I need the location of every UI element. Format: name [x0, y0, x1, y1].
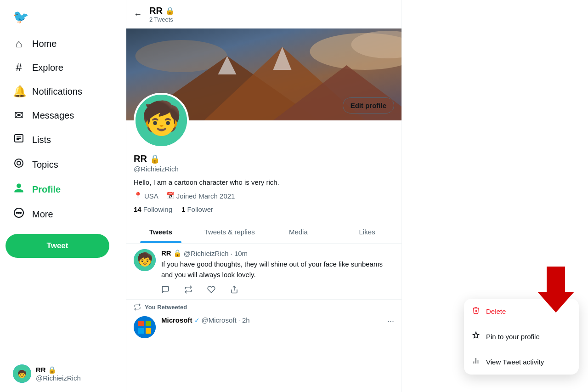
retweet-label: You Retweeted [145, 304, 187, 311]
sidebar-item-notifications[interactable]: 🔔 Notifications [6, 80, 120, 103]
profile-section: 🧒 Edit profile RR 🔒 @RichieizRich Hello,… [126, 93, 401, 213]
tweet-header: RR 🔒 @RichieizRich · 10m [161, 249, 394, 257]
mail-icon: ✉ [13, 109, 25, 122]
followers-stat[interactable]: 1 Follower [181, 205, 213, 213]
activity-icon [471, 357, 481, 367]
svg-point-7 [17, 212, 17, 213]
sidebar-item-label: More [32, 209, 53, 220]
sidebar-item-label: Profile [32, 184, 61, 195]
sidebar-item-label: Explore [32, 62, 63, 73]
arrow-svg [533, 267, 579, 312]
bell-icon: 🔔 [13, 85, 25, 98]
list-icon [13, 133, 25, 147]
tweet-content-2: Microsoft ✓ @Microsoft · 2h [161, 316, 382, 338]
sidebar-user-name: RR 🔒 [36, 366, 113, 374]
svg-point-4 [15, 159, 23, 167]
sidebar-item-explore[interactable]: # Explore [6, 56, 120, 80]
svg-text:🧒: 🧒 [17, 369, 27, 378]
tab-likes[interactable]: Likes [333, 221, 401, 243]
header-lock-icon: 🔒 [165, 6, 175, 15]
sidebar-item-label: Lists [32, 135, 51, 145]
sidebar-item-profile[interactable]: Profile [6, 177, 120, 202]
person-icon [13, 182, 25, 196]
topics-icon [13, 158, 25, 171]
tab-media[interactable]: Media [264, 221, 333, 243]
tweet-author-name: RR 🔒 [161, 249, 182, 257]
tweet-content: RR 🔒 @RichieizRich · 10m If you have goo… [161, 249, 394, 294]
sidebar-item-label: Home [32, 39, 57, 49]
tweet-body: If you have good thoughts, they will shi… [161, 259, 394, 280]
svg-point-9 [20, 212, 21, 213]
svg-rect-30 [146, 328, 151, 334]
tweet-button[interactable]: Tweet [6, 234, 109, 258]
sidebar-item-lists[interactable]: Lists [6, 127, 120, 152]
main-content: ← RR 🔒 2 Tweets [126, 0, 402, 392]
retweet-button[interactable] [184, 285, 192, 294]
pin-icon [471, 331, 481, 342]
sidebar-item-home[interactable]: ⌂ Home [6, 32, 120, 56]
profile-name: RR 🔒 [134, 153, 394, 164]
svg-rect-26 [134, 316, 156, 338]
tab-tweets-replies[interactable]: Tweets & replies [195, 221, 264, 243]
location-icon: 📍 [134, 192, 142, 200]
sidebar-item-topics[interactable]: Topics [6, 152, 120, 177]
profile-stats: 14 Following 1 Follower [134, 205, 394, 213]
svg-text:🧒: 🧒 [141, 99, 182, 137]
sidebar-item-more[interactable]: More [6, 202, 120, 227]
share-button[interactable] [230, 285, 238, 294]
profile-header-info: RR 🔒 2 Tweets [149, 6, 175, 23]
following-stat[interactable]: 14 Following [134, 205, 172, 213]
tweet-author-name-2: Microsoft [161, 316, 192, 324]
home-icon: ⌂ [13, 37, 25, 50]
sidebar-item-label: Topics [32, 159, 58, 170]
sidebar: 🐦 ⌂ Home # Explore 🔔 Notifications ✉ Mes… [0, 0, 126, 392]
tab-tweets[interactable]: Tweets [126, 221, 195, 243]
sidebar-user-avatar: 🧒 [13, 364, 31, 383]
profile-tabs: Tweets Tweets & replies Media Likes [126, 221, 401, 244]
profile-meta: 📍 USA 📅 Joined March 2021 [134, 192, 394, 200]
back-button[interactable]: ← [134, 10, 142, 19]
twitter-logo[interactable]: 🐦 [6, 4, 36, 30]
retweet-indicator: You Retweeted [126, 300, 401, 311]
profile-location: 📍 USA [134, 192, 158, 200]
sidebar-item-label: Notifications [32, 86, 82, 97]
tweet-author-handle-2: @Microsoft [202, 316, 237, 324]
tweet-avatar: 🧒 [134, 249, 156, 271]
pin-label: Pin to your profile [486, 333, 540, 341]
sidebar-user[interactable]: 🧒 RR 🔒 @RichieizRich [6, 359, 120, 388]
svg-text:🧒: 🧒 [137, 252, 153, 267]
profile-joined: 📅 Joined March 2021 [166, 192, 235, 200]
following-label: Following [143, 205, 172, 213]
profile-header-tweets-count: 2 Tweets [149, 16, 175, 23]
svg-rect-29 [138, 328, 144, 334]
avatar-container: 🧒 [134, 93, 189, 148]
profile-lock-icon: 🔒 [150, 154, 160, 164]
reply-button[interactable] [161, 285, 170, 294]
tweet-author-handle: @RichieizRich [184, 250, 229, 257]
sidebar-item-messages[interactable]: ✉ Messages [6, 103, 120, 127]
like-button[interactable] [207, 285, 215, 294]
followers-count: 1 [181, 205, 185, 213]
tweet-more-button[interactable]: ··· [387, 316, 394, 338]
context-menu-pin[interactable]: Pin to your profile [464, 324, 579, 349]
delete-icon [471, 306, 481, 317]
sidebar-user-handle: @RichieizRich [36, 374, 113, 382]
tweet-item[interactable]: 🧒 RR 🔒 @RichieizRich · 10m If you have g… [126, 244, 401, 300]
svg-rect-28 [146, 321, 151, 326]
svg-point-5 [17, 161, 21, 165]
context-menu-activity[interactable]: View Tweet activity [464, 349, 579, 375]
delete-label: Delete [486, 307, 506, 315]
tweet-item-2[interactable]: Microsoft ✓ @Microsoft · 2h ··· [126, 311, 401, 344]
tweet-avatar-2 [134, 316, 156, 338]
explore-icon: # [13, 61, 25, 74]
verified-badge: ✓ [194, 317, 200, 324]
profile-avatar: 🧒 [134, 93, 189, 148]
svg-marker-31 [537, 267, 574, 312]
following-count: 14 [134, 205, 141, 213]
profile-header-name: RR 🔒 [149, 6, 175, 16]
edit-profile-button[interactable]: Edit profile [343, 97, 394, 114]
sidebar-item-label: Messages [32, 110, 74, 121]
profile-handle: @RichieizRich [134, 165, 394, 173]
tweet-header-2: Microsoft ✓ @Microsoft · 2h [161, 316, 382, 324]
sidebar-user-info: RR 🔒 @RichieizRich [36, 366, 113, 382]
